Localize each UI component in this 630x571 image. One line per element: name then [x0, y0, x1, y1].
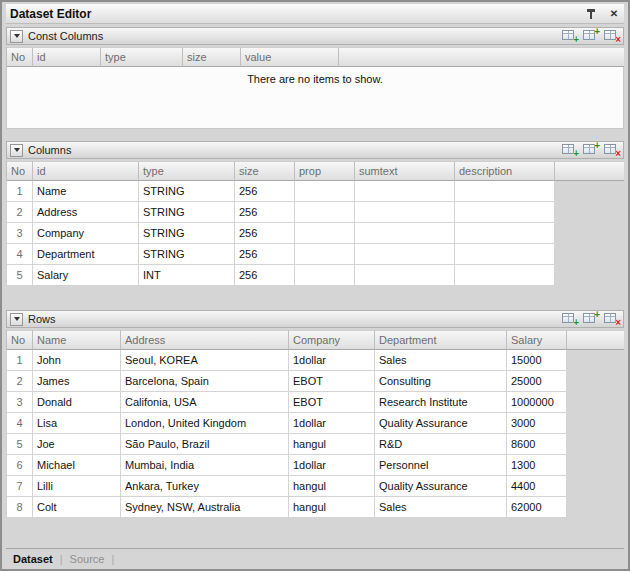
column-header[interactable]: type [139, 161, 235, 181]
cell[interactable] [455, 181, 555, 202]
cell[interactable]: 256 [235, 223, 295, 244]
column-header[interactable]: Address [121, 330, 289, 350]
cell[interactable]: Consulting [375, 371, 507, 392]
cell[interactable] [295, 223, 355, 244]
tab-dataset[interactable]: Dataset [13, 553, 53, 565]
cell[interactable]: Michael [33, 455, 121, 476]
cell[interactable]: 256 [235, 202, 295, 223]
column-header[interactable]: No [7, 330, 33, 350]
column-header[interactable]: Name [33, 330, 121, 350]
insert-row-icon[interactable]: + [582, 29, 599, 43]
column-header[interactable]: Company [289, 330, 375, 350]
cell[interactable]: 62000 [507, 497, 567, 518]
cell[interactable]: 1dollar [289, 350, 375, 371]
row-number-cell[interactable]: 5 [7, 265, 33, 286]
cell[interactable]: STRING [139, 244, 235, 265]
cell[interactable]: EBOT [289, 392, 375, 413]
delete-row-icon[interactable]: × [603, 312, 620, 326]
cell[interactable]: Address [33, 202, 139, 223]
column-header[interactable]: size [183, 47, 241, 67]
row-number-cell[interactable]: 2 [7, 371, 33, 392]
cell[interactable]: STRING [139, 181, 235, 202]
cell[interactable]: 3000 [507, 413, 567, 434]
cell[interactable]: 256 [235, 181, 295, 202]
cell[interactable]: STRING [139, 223, 235, 244]
cell[interactable] [295, 265, 355, 286]
cell[interactable] [355, 202, 455, 223]
column-header[interactable]: type [101, 47, 183, 67]
cell[interactable]: hangul [289, 476, 375, 497]
cell[interactable]: 8600 [507, 434, 567, 455]
cell[interactable]: Salary [33, 265, 139, 286]
cell[interactable] [455, 265, 555, 286]
cell[interactable] [355, 223, 455, 244]
add-row-icon[interactable]: + [561, 143, 578, 157]
column-header[interactable]: sumtext [355, 161, 455, 181]
cell[interactable]: Joe [33, 434, 121, 455]
collapse-columns-icon[interactable] [10, 144, 23, 157]
close-icon[interactable]: ✕ [607, 7, 621, 21]
column-header[interactable]: No [7, 161, 33, 181]
cell[interactable]: 1dollar [289, 455, 375, 476]
cell[interactable]: INT [139, 265, 235, 286]
cell[interactable]: EBOT [289, 371, 375, 392]
collapse-const-columns-icon[interactable] [10, 30, 23, 43]
cell[interactable]: Quality Assurance [375, 413, 507, 434]
cell[interactable]: Barcelona, Spain [121, 371, 289, 392]
cell[interactable]: Colt [33, 497, 121, 518]
cell[interactable]: hangul [289, 497, 375, 518]
cell[interactable]: Ankara, Turkey [121, 476, 289, 497]
pin-icon[interactable] [584, 7, 598, 21]
row-number-cell[interactable]: 5 [7, 434, 33, 455]
delete-row-icon[interactable]: × [603, 143, 620, 157]
row-number-cell[interactable]: 8 [7, 497, 33, 518]
cell[interactable]: James [33, 371, 121, 392]
cell[interactable]: John [33, 350, 121, 371]
cell[interactable] [455, 223, 555, 244]
cell[interactable] [455, 244, 555, 265]
cell[interactable]: Lilli [33, 476, 121, 497]
column-header[interactable]: No [7, 47, 33, 67]
cell[interactable]: London, United Kingdom [121, 413, 289, 434]
row-number-cell[interactable]: 1 [7, 350, 33, 371]
cell[interactable]: Quality Assurance [375, 476, 507, 497]
row-number-cell[interactable]: 4 [7, 413, 33, 434]
cell[interactable] [355, 181, 455, 202]
cell[interactable]: 256 [235, 244, 295, 265]
cell[interactable]: 4400 [507, 476, 567, 497]
cell[interactable]: Lisa [33, 413, 121, 434]
cell[interactable]: 25000 [507, 371, 567, 392]
cell[interactable]: 1300 [507, 455, 567, 476]
cell[interactable] [295, 202, 355, 223]
cell[interactable]: São Paulo, Brazil [121, 434, 289, 455]
row-number-cell[interactable]: 2 [7, 202, 33, 223]
cell[interactable]: Seoul, KOREA [121, 350, 289, 371]
cell[interactable]: STRING [139, 202, 235, 223]
row-number-cell[interactable]: 7 [7, 476, 33, 497]
cell[interactable]: Califonia, USA [121, 392, 289, 413]
cell[interactable]: 1000000 [507, 392, 567, 413]
cell[interactable]: hangul [289, 434, 375, 455]
cell[interactable]: Research Institute [375, 392, 507, 413]
column-header[interactable]: id [33, 47, 101, 67]
cell[interactable]: Personnel [375, 455, 507, 476]
column-header[interactable]: description [455, 161, 555, 181]
row-number-cell[interactable]: 6 [7, 455, 33, 476]
cell[interactable]: Department [33, 244, 139, 265]
cell[interactable]: Name [33, 181, 139, 202]
collapse-rows-icon[interactable] [10, 313, 23, 326]
cell[interactable]: Donald [33, 392, 121, 413]
cell[interactable]: 256 [235, 265, 295, 286]
cell[interactable] [355, 244, 455, 265]
cell[interactable]: Company [33, 223, 139, 244]
cell[interactable] [455, 202, 555, 223]
cell[interactable]: 1dollar [289, 413, 375, 434]
insert-row-icon[interactable]: + [582, 143, 599, 157]
add-row-icon[interactable]: + [561, 29, 578, 43]
row-number-cell[interactable]: 3 [7, 392, 33, 413]
column-header[interactable]: id [33, 161, 139, 181]
cell[interactable]: Sydney, NSW, Australia [121, 497, 289, 518]
cell[interactable] [295, 181, 355, 202]
cell[interactable] [355, 265, 455, 286]
column-header[interactable]: Salary [507, 330, 567, 350]
